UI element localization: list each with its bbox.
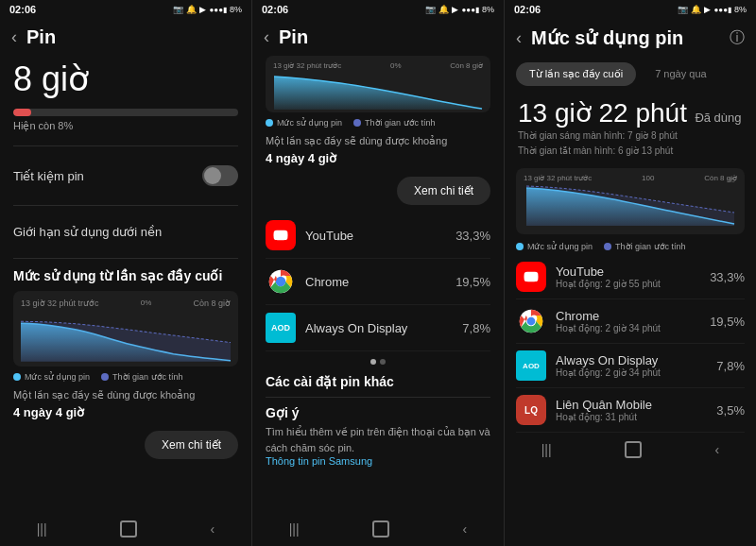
estimate-block-2: Một lần sạc đầy sẽ dùng được khoảng 4 ng… [266,133,490,167]
status-icons-1: 📷🔔▶ ●●●▮ 8% [173,5,242,14]
p3-app-chrome[interactable]: Chrome Hoạt động: 2 giờ 34 phút 19,5% [516,299,745,344]
tip-text: Tìm hiểu thêm về pin trên điện thoại của… [266,424,490,455]
app-item-chrome[interactable]: Chrome 19,5% [266,259,490,305]
status-time-1: 02:06 [9,4,36,15]
status-icons-2: 📷🔔▶ ●●●▮ 8% [425,5,494,14]
usage-sub-1: Thời gian sáng màn hình: 7 giờ 8 phút [518,128,743,144]
detail-button-1[interactable]: Xem chi tiết [145,431,238,459]
chart-labels-1: 13 giờ 32 phút trước 0% Còn 8 giờ [21,299,231,308]
p3-legend-estimate: Thời gian ước tính [604,242,686,251]
p3-lq-icon: LQ [516,395,546,425]
dot-1 [370,359,376,365]
estimate-text-1: Một lần sạc đầy sẽ dùng được khoảng 4 ng… [13,387,238,421]
p3-app-pct-aod: 7,8% [716,359,745,373]
nav-home-1[interactable] [120,520,137,537]
svg-point-2 [277,278,285,286]
p3-app-pct-yt: 33,3% [710,270,745,284]
p3-legend: Mức sử dụng pin Thời gian ước tính [516,242,745,251]
nav-back-3[interactable]: ||| [541,442,552,457]
p3-app-yt[interactable]: YouTube Hoạt động: 2 giờ 55 phút 33,3% [516,255,745,299]
p3-chart-pct: 100 [642,174,654,182]
nav-back-2[interactable]: ||| [289,521,300,537]
content-2: 13 giờ 32 phút trước 0% Còn 8 giờ Mức sử… [252,56,504,512]
p3-chart-left: 13 giờ 32 phút trước [524,174,592,182]
chrome-icon [266,266,296,297]
p3-chart-labels: 13 giờ 32 phút trước 100 Còn 8 giờ [524,174,737,182]
legend-item-estimate: Thời gian ước tính [101,372,183,382]
header-1: ‹ Pin [0,19,251,56]
filter-tab-since-charge[interactable]: Từ lần sạc đầy cuối [516,62,636,86]
power-save-toggle[interactable] [202,165,238,186]
p3-app-lq[interactable]: LQ Liên Quân Mobile Hoạt động: 31 phút 3… [516,388,745,433]
status-bar-2: 02:06 📷🔔▶ ●●●▮ 8% [252,0,504,19]
status-bar-3: 02:06 📷🔔▶ ●●●▮ 8% [505,0,756,19]
p3-app-info-yt: YouTube Hoạt động: 2 giờ 55 phút [556,264,710,289]
bg-limit-row[interactable]: Giới hạn sử dụng dưới nền [13,213,238,250]
info-icon[interactable]: ⓘ [730,28,745,48]
app-percent-yt: 33,3% [455,229,490,243]
page-title-2: Pin [279,26,308,48]
p3-app-info-chrome: Chrome Hoạt động: 2 giờ 34 phút [556,309,710,333]
app-item-yt[interactable]: YouTube 33,3% [266,213,490,259]
app-item-aod[interactable]: AOD Always On Display 7,8% [266,305,490,351]
legend-2: Mức sử dụng pin Thời gian ước tính [266,118,490,128]
status-time-3: 02:06 [514,4,541,15]
nav-home-3[interactable] [625,441,642,458]
p3-app-sub-chrome: Hoạt động: 2 giờ 34 phút [556,323,710,333]
nav-home-2[interactable] [372,520,389,537]
battery-bar [13,109,238,116]
app-name-chrome: Chrome [305,275,455,289]
detail-button-2[interactable]: Xem chi tiết [397,177,490,205]
usage-done: Đã dùng [695,111,741,125]
app-name-aod: Always On Display [305,321,462,335]
p3-aod-icon: AOD [516,350,546,381]
legend-dot-usage [13,373,21,381]
legend-label-2-usage: Mức sử dụng pin [277,118,342,128]
panel-2: 02:06 📷🔔▶ ●●●▮ 8% ‹ Pin 13 giờ 32 phút t… [252,0,505,546]
status-icons-3: 📷🔔▶ ●●●▮ 8% [678,5,747,14]
battery-hours: 8 giờ [13,60,238,99]
p3-chrome-icon [516,306,546,336]
p3-app-info-lq: Liên Quân Mobile Hoạt động: 31 phút [556,398,716,422]
tip-link[interactable]: Thông tin pin Samsung [266,455,490,467]
back-button-1[interactable]: ‹ [11,27,17,47]
dot-2 [380,359,386,365]
divider-3 [13,258,238,259]
bg-limit-label: Giới hạn sử dụng dưới nền [13,225,162,239]
back-button-2[interactable]: ‹ [264,27,269,47]
pagination-dots [266,359,490,365]
back-button-3[interactable]: ‹ [516,28,522,48]
legend-label-2-estimate: Thời gian ước tính [365,118,436,128]
nav-recent-1[interactable]: ‹ [211,521,215,537]
p3-app-name-aod: Always On Display [556,353,716,367]
p3-app-sub-lq: Hoạt động: 31 phút [556,412,716,422]
p3-app-sub-aod: Hoạt động: 2 giờ 34 phút [556,367,716,378]
filter-tab-7days[interactable]: 7 ngày qua [642,62,719,86]
p3-app-aod[interactable]: AOD Always On Display Hoạt động: 2 giờ 3… [516,344,745,388]
legend-dot-2-usage [266,119,273,127]
battery-fill [13,109,31,116]
legend-label-estimate: Thời gian ước tính [112,372,183,382]
tip-title: Gợi ý [266,405,490,420]
power-save-row[interactable]: Tiết kiệm pin [13,154,238,197]
p3-app-sub-yt: Hoạt động: 2 giờ 55 phút [556,279,710,289]
estimate-value-2: 4 ngày 4 giờ [266,151,336,165]
p3-legend-label-usage: Mức sử dụng pin [527,242,593,251]
nav-bar-1: ||| ‹ [0,512,251,546]
legend-1: Mức sử dụng pin Thời gian ước tính [13,372,238,382]
nav-bar-2: ||| ‹ [252,512,504,546]
p3-legend-label-estimate: Thời gian ước tính [615,242,686,251]
p3-app-name-chrome: Chrome [556,309,710,323]
chart-area-1: 13 giờ 32 phút trước 0% Còn 8 giờ [13,291,238,367]
divider-2 [13,205,238,206]
usage-sub-2: Thời gian tắt màn hình: 6 giờ 13 phút [518,144,743,159]
nav-recent-3[interactable]: ‹ [715,442,720,457]
panel-3: 02:06 📷🔔▶ ●●●▮ 8% ‹ Mức sử dụng pin ⓘ Từ… [505,0,756,546]
mini-chart-pct: 0% [390,61,402,70]
nav-recent-2[interactable]: ‹ [463,521,468,537]
nav-back-1[interactable]: ||| [37,521,47,537]
other-settings-label[interactable]: Các cài đặt pin khác [266,374,490,389]
p3-app-info-aod: Always On Display Hoạt động: 2 giờ 34 ph… [556,353,716,378]
p3-legend-usage: Mức sử dụng pin [516,242,593,251]
app-name-yt: YouTube [305,229,455,243]
